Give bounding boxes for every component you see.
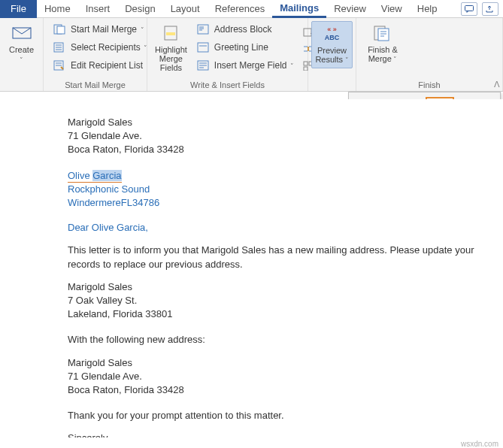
svg-rect-3 [57,26,65,34]
with-line: With the following new address: [68,333,488,347]
sender-name: Marigold Sales [68,116,488,129]
tab-help[interactable]: Help [410,0,445,18]
greeting-icon [196,41,210,53]
recipients-icon [53,41,66,53]
document-body: Marigold Sales 71 Glendale Ave. Boca Rat… [0,99,503,437]
svg-rect-14 [304,67,308,71]
greeting-line-button[interactable]: Greeting Line [193,39,297,56]
share-button[interactable] [482,2,498,16]
tab-view[interactable]: View [374,0,410,18]
chunk-preview: « » ABC Preview Results [308,18,356,91]
tab-home[interactable]: Home [37,0,78,18]
create-label: Create [8,45,35,65]
tab-design[interactable]: Design [117,0,162,18]
recipient-company: Rockphonic Sound [68,183,488,196]
thanks-line: Thank you for your prompt attention to t… [68,409,488,422]
tab-layout[interactable]: Layout [163,0,208,18]
sender-street: 71 Glendale Ave. [68,129,488,143]
svg-rect-9 [198,43,208,52]
chunk-write-label: Write & Insert Fields [153,79,301,91]
svg-rect-16 [378,29,389,41]
preview-label: Preview Results [314,46,350,65]
watermark: wsxdn.com [461,440,498,448]
tab-insert[interactable]: Insert [78,0,118,18]
finish-merge-button[interactable]: Finish & Merge [362,21,403,67]
new-address: Marigold Sales 71 Glendale Ave. Boca Rat… [68,356,488,398]
insert-field-icon [196,59,210,71]
preview-results-button[interactable]: « » ABC Preview Results [311,21,353,68]
greeting-line-text: Dear Olive Garcia, [68,221,488,235]
body-paragraph: This letter is to inform you that Marigo… [68,244,488,271]
highlight-icon [160,24,181,42]
sender-city: Boca Raton, Florida 33428 [68,143,488,156]
svg-rect-7 [166,32,175,35]
chunk-start-label: Start Mail Merge [50,79,141,91]
recipient-name[interactable]: Olive Garcia [68,169,122,183]
mail-merge-icon [53,23,66,35]
chunk-create: Create [0,18,44,91]
chunk-create-label [6,88,37,91]
sender-address: Marigold Sales 71 Glendale Ave. Boca Rat… [68,116,488,157]
highlight-label: Highlight Merge Fields [155,45,187,72]
chunk-finish-label: Finish [362,79,496,91]
svg-rect-0 [465,5,474,11]
address-block-button[interactable]: Address Block [193,21,297,38]
svg-rect-12 [304,62,308,65]
finish-icon [372,24,393,42]
tab-mailings[interactable]: Mailings [272,0,326,18]
chunk-finish: Finish & Merge Finish [356,18,503,91]
finish-label: Finish & Merge [364,45,401,64]
comments-button[interactable] [461,2,477,16]
recipient-city: WindermereFL34786 [68,196,488,210]
old-address: Marigold Sales 7 Oak Valley St. Lakeland… [68,280,488,322]
highlight-merge-fields-button[interactable]: Highlight Merge Fields [153,21,189,75]
address-block-icon [196,23,210,35]
insert-merge-field-button[interactable]: Insert Merge Field [193,57,297,74]
start-mail-merge-button[interactable]: Start Mail Merge [50,21,150,38]
tab-strip: File Home Insert Design Layout Reference… [0,0,503,18]
sincerely-line: Sincerely, [68,431,488,437]
tab-review[interactable]: Review [326,0,374,18]
edit-recipient-list-button[interactable]: Edit Recipient List [50,57,150,74]
tabs-right [461,2,503,16]
ribbon: Create Start Mail Merge Select Recipient… [0,18,503,92]
file-tab[interactable]: File [0,0,37,18]
preview-icon: « » ABC [322,25,343,43]
recipient-merge-block: Olive Garcia Rockphonic Sound Windermere… [68,169,488,210]
chunk-start: Start Mail Merge Select Recipients Edit … [44,18,147,91]
chunk-write: Highlight Merge Fields Address Block Gre… [147,18,308,91]
edit-list-icon [53,59,66,71]
envelope-icon [11,24,32,42]
create-envelopes-button[interactable]: Create [6,21,37,68]
select-recipients-button[interactable]: Select Recipients [50,39,150,56]
tab-references[interactable]: References [208,0,272,18]
collapse-ribbon-button[interactable]: ᐱ [494,80,500,89]
svg-rect-8 [198,25,208,34]
